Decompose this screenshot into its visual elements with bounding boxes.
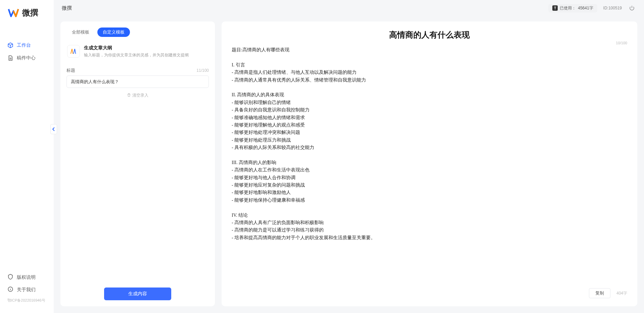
trash-icon	[127, 93, 131, 98]
logo-text: 微撰	[22, 7, 38, 18]
logo: 微撰	[0, 7, 54, 29]
doc-icon	[7, 55, 13, 61]
copy-button[interactable]: 复制	[589, 288, 610, 298]
logout-button[interactable]	[628, 4, 636, 12]
tab-all-templates[interactable]: 全部模板	[66, 28, 95, 37]
output-title-count: 10/100	[616, 41, 627, 45]
text-count-icon: T	[552, 5, 558, 11]
sidebar-item-drafts[interactable]: 稿件中心	[0, 52, 54, 64]
field-label-title: 标题	[66, 67, 75, 73]
sidebar-copyright-link[interactable]: 版权说明	[0, 271, 54, 283]
output-title: 高情商的人有什么表现	[232, 30, 627, 40]
sidebar-collapse-button[interactable]	[50, 124, 57, 134]
topbar: 微撰 T 已使用： 45641字 ID:100519	[54, 0, 644, 16]
template-tabs: 全部模板 自定义模板	[66, 28, 209, 37]
template-desc: 输入标题，为你提供文章主体的灵感，并为其创建推文提纲	[84, 52, 189, 58]
template-title: 生成文章大纲	[84, 45, 189, 51]
clear-label: 清空录入	[132, 93, 148, 98]
logo-icon	[7, 7, 19, 19]
tab-custom-templates[interactable]: 自定义模板	[97, 28, 130, 37]
template-icon	[67, 45, 80, 58]
user-id: ID:100519	[603, 6, 622, 10]
icp-text: 鄂ICP备2022016946号	[0, 296, 54, 303]
footer-link-label: 版权说明	[17, 274, 36, 280]
usage-prefix: 已使用：	[560, 5, 576, 11]
sidebar: 微撰 工作台 稿件中心 版权说明	[0, 0, 54, 313]
generate-button[interactable]: 生成内容	[104, 288, 171, 300]
output-body[interactable]: 题目:高情商的人有哪些表现 I. 引言 - 高情商是指人们处理情绪、与他人互动以…	[232, 46, 627, 284]
footer-link-label: 关于我们	[17, 287, 36, 293]
cube-icon	[7, 42, 13, 48]
info-icon	[7, 286, 13, 293]
input-panel: 全部模板 自定义模板 生成文章大纲 输入标题，为你提供文章主体的灵感，并为其创建…	[60, 21, 215, 306]
output-word-count: 404字	[616, 291, 627, 296]
output-panel: 高情商的人有什么表现 10/100 题目:高情商的人有哪些表现 I. 引言 - …	[222, 21, 637, 306]
sidebar-item-workspace[interactable]: 工作台	[0, 39, 54, 52]
sidebar-nav: 工作台 稿件中心	[0, 29, 54, 271]
usage-badge[interactable]: T 已使用： 45641字	[548, 4, 597, 12]
sidebar-about-link[interactable]: 关于我们	[0, 283, 54, 296]
shield-icon	[7, 274, 13, 281]
field-char-count: 11/100	[196, 68, 209, 73]
sidebar-footer: 版权说明 关于我们 鄂ICP备2022016946号	[0, 271, 54, 306]
clear-input-button[interactable]: 清空录入	[66, 93, 209, 98]
page-title: 微撰	[62, 5, 72, 11]
template-card: 生成文章大纲 输入标题，为你提供文章主体的灵感，并为其创建推文提纲	[66, 43, 209, 64]
sidebar-item-label: 工作台	[17, 42, 31, 48]
title-input[interactable]	[66, 75, 209, 88]
usage-value: 45641字	[578, 5, 593, 11]
sidebar-item-label: 稿件中心	[17, 55, 36, 61]
